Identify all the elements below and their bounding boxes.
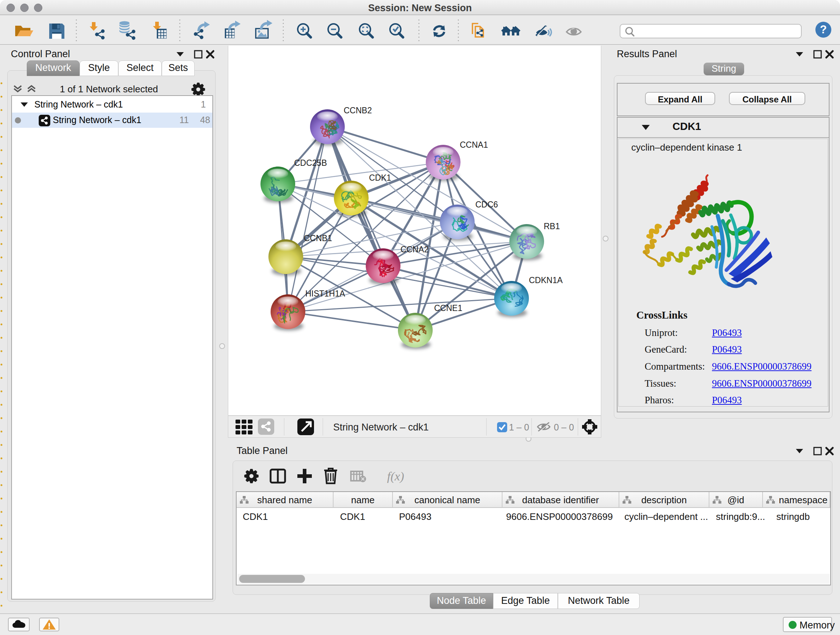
svg-text:RB1: RB1: [544, 222, 560, 231]
svg-text:CDKN1A: CDKN1A: [529, 276, 563, 285]
svg-text:CCNB1: CCNB1: [304, 233, 332, 243]
svg-text:CCNB2: CCNB2: [344, 106, 372, 115]
svg-text:CDC6: CDC6: [475, 200, 498, 209]
svg-text:CCNA2: CCNA2: [401, 245, 429, 254]
svg-text:CCNA1: CCNA1: [460, 140, 488, 149]
svg-text:CDK1: CDK1: [369, 173, 391, 182]
svg-text:f(x): f(x): [387, 470, 404, 483]
svg-text:CDC25B: CDC25B: [294, 158, 327, 168]
svg-text:CCNE1: CCNE1: [434, 303, 462, 313]
svg-text:HIST1H1A: HIST1H1A: [305, 289, 346, 298]
